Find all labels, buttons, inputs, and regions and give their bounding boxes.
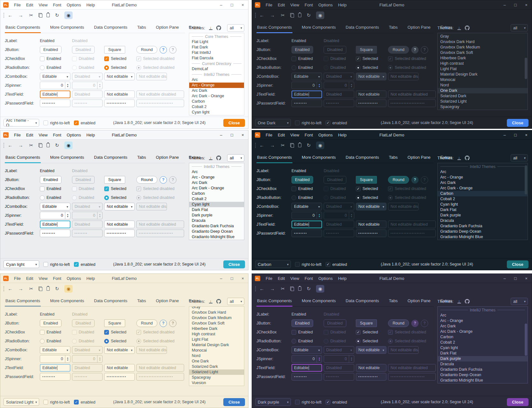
radio-enabled[interactable]: Enabled [40,195,61,200]
button-square[interactable]: Square [104,319,125,327]
menu-file[interactable]: File [14,3,21,7]
menu-options[interactable]: Options [67,133,81,137]
forward-button[interactable]: → [269,285,276,292]
download-icon[interactable]: ↓ [209,299,212,303]
theme-filter-combo[interactable]: all▾ [511,154,528,162]
textfield-editable[interactable]: Editable [40,221,70,228]
theme-list-item-carbon[interactable]: Carbon [189,191,244,196]
maximize-button[interactable]: □ [510,274,521,283]
menu-options[interactable]: Options [67,276,81,281]
back-button[interactable]: ← [7,142,13,149]
theme-list-item-gray[interactable]: Gray [438,34,528,39]
menu-help[interactable]: Help [338,276,347,281]
theme-list-item-material-design-dark[interactable]: Material Design Dark [438,72,528,77]
theme-list-item-arc-dark-orange[interactable]: Arc Dark - Orange [189,186,244,191]
theme-list-item-dark-flat[interactable]: Dark Flat [438,351,528,356]
minimize-button[interactable]: – [216,274,226,283]
radio-selected[interactable]: Selected [104,65,126,70]
menu-font[interactable]: Font [53,276,61,281]
theme-list-item-dark-flat[interactable]: Dark Flat [438,207,528,213]
textfield-not-editable[interactable]: Not editable [356,364,386,372]
toolbar-grip[interactable] [255,13,256,18]
menu-help[interactable]: Help [86,276,95,281]
theme-list-item-arc[interactable]: Arc [189,77,244,83]
theme-list-item-dark-flat[interactable]: Dark Flat [189,207,244,213]
close-button[interactable]: × [237,0,248,9]
minimize-button[interactable]: – [216,130,226,139]
tab-basic-components[interactable]: Basic Components [5,23,41,33]
theme-list-item-flat-intellij[interactable]: Flat IntelliJ [189,50,244,55]
help-icon[interactable]: ? [421,176,428,184]
close-button[interactable]: × [521,0,532,9]
textfield-editable[interactable]: Editable [291,221,322,228]
tab-data-components[interactable]: Data Components [345,23,380,33]
button-enabled[interactable]: Enabled [40,176,61,184]
spinner-field[interactable]: 0▲▼ [291,355,322,363]
theme-list-item-dracula[interactable]: Dracula [438,361,528,367]
paste-button[interactable] [298,13,301,17]
show-hidden-toggle[interactable]: ◉ [64,142,73,149]
github-icon[interactable] [216,299,221,304]
textfield-editable[interactable]: Editable [40,364,70,372]
spinner-arrows-icon[interactable]: ▲▼ [97,355,102,362]
theme-list-item-gruvbox-dark-soft[interactable]: Gruvbox Dark Soft [189,321,244,326]
right-to-left-checkbox[interactable]: right-to-left [43,120,70,125]
theme-filter-combo[interactable]: all▾ [511,298,528,305]
theme-list-item-cobalt-2[interactable]: Cobalt 2 [189,104,244,110]
theme-list-item-arc[interactable]: Arc [438,169,528,175]
button-square[interactable]: Square [356,176,377,184]
theme-list-item-hiberbee-dark[interactable]: Hiberbee Dark [438,55,528,61]
menu-help[interactable]: Help [338,133,347,137]
theme-list-item-arc-orange[interactable]: Arc - Orange [189,83,244,88]
passwordfield[interactable]: •••••••••••• [104,373,135,381]
tab-tabs[interactable]: Tabs [388,23,398,33]
tab-tabs[interactable]: Tabs [137,153,147,163]
button-round[interactable]: Round [388,46,409,54]
menu-options[interactable]: Options [318,133,333,137]
help-icon[interactable]: ? [169,320,176,327]
refresh-button[interactable]: ↻ [54,12,60,19]
cut-button[interactable]: ✂ [280,285,286,292]
close-button[interactable]: Close [223,260,245,268]
tab-more-components[interactable]: More Components [49,297,85,307]
github-icon[interactable] [465,299,470,304]
combobox-editable[interactable]: Editable▾ [291,346,322,354]
minimize-button[interactable]: – [499,0,510,9]
cut-button[interactable]: ✂ [28,142,34,149]
textfield-not-editable[interactable]: Not editable [104,364,135,372]
theme-list-item-carbon[interactable]: Carbon [438,191,528,196]
combobox-not-editable[interactable]: Not editable▾ [356,203,386,210]
forward-button[interactable]: → [18,12,24,19]
tab-data-components[interactable]: Data Components [345,297,380,307]
menu-view[interactable]: View [39,133,47,137]
menu-font[interactable]: Font [53,133,61,137]
tab-tabs[interactable]: Tabs [388,297,398,307]
menu-font[interactable]: Font [53,3,61,7]
button-enabled[interactable]: Enabled [291,176,313,184]
cut-button[interactable]: ✂ [280,12,286,19]
button-square[interactable]: Square [104,176,125,184]
show-hidden-toggle[interactable]: ◉ [64,11,73,19]
theme-list-item-carbon[interactable]: Carbon [438,334,528,340]
lookandfeel-combo[interactable]: Cyan light▾ [4,260,39,268]
radio-enabled[interactable]: Enabled [291,65,313,70]
help-icon[interactable]: ? [421,46,428,54]
button-enabled[interactable]: Enabled [40,46,61,54]
theme-list-item-spacegray[interactable]: Spacegray [189,375,244,380]
theme-list-item-gradianto-dark-fuchsia[interactable]: Gradianto Dark Fuchsia [189,223,244,229]
close-button[interactable]: Close [507,119,528,127]
theme-list-item-solarized-light[interactable]: Solarized Light [189,369,244,375]
textfield-not-editable[interactable]: Not editable [356,91,386,98]
enabled-checkbox[interactable]: enabled [74,400,95,404]
menu-edit[interactable]: Edit [26,276,33,281]
github-icon[interactable] [216,26,221,30]
theme-list-item-arc[interactable]: Arc [438,313,528,318]
radio-selected[interactable]: Selected [356,339,378,344]
help-icon[interactable]: ? [421,320,428,327]
paste-button[interactable] [47,143,50,147]
menu-view[interactable]: View [290,133,299,137]
toolbar-grip[interactable] [255,286,256,291]
spinner-arrows-icon[interactable]: ▲▼ [349,212,354,219]
theme-list-item-gruvbox-dark-medium[interactable]: Gruvbox Dark Medium [438,45,528,50]
radio-enabled[interactable]: Enabled [40,65,61,70]
